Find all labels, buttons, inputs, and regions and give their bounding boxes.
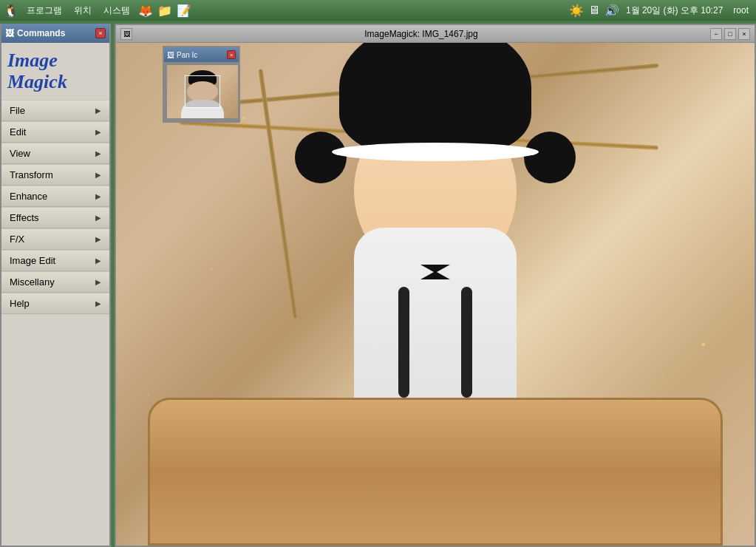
win-controls-left: 🖼 <box>120 28 132 40</box>
menu-item-label: Help <box>10 298 30 309</box>
pan-popup: 🖼 Pan Ic × <box>163 46 240 123</box>
menu-item-f/x[interactable]: F/X▶ <box>1 228 109 250</box>
submenu-arrow-icon: ▶ <box>95 106 101 115</box>
menu-item-label: F/X <box>10 234 24 245</box>
network-icon: 🖥 <box>588 4 601 17</box>
win-icon: 🖼 <box>120 28 132 40</box>
logo-area: Image Magick <box>1 43 109 100</box>
clock: 1월 20일 (화) 오후 10:27 <box>623 3 726 18</box>
commands-close-button[interactable]: × <box>95 28 106 38</box>
menu-item-image-edit[interactable]: Image Edit▶ <box>1 250 109 271</box>
menu-item-label: Miscellany <box>10 276 55 288</box>
pan-titlebar: 🖼 Pan Ic × <box>164 47 239 62</box>
hat-trim <box>332 143 539 161</box>
firefox-icon[interactable]: 🦊 <box>139 4 152 17</box>
folder-icon[interactable]: 📁 <box>158 4 171 17</box>
pan-close-button[interactable]: × <box>227 50 236 59</box>
outfit-stripe-left <box>398 287 409 398</box>
pan-title-text: 🖼 Pan Ic <box>167 51 197 59</box>
menu-item-file[interactable]: File▶ <box>1 100 109 121</box>
user-label: root <box>730 4 752 17</box>
sun-icon: ☀️ <box>570 4 583 17</box>
edit-icon[interactable]: 📝 <box>177 4 191 17</box>
menu-item-effects[interactable]: Effects▶ <box>1 207 109 228</box>
close-button[interactable]: × <box>738 28 750 40</box>
menu-item-label: File <box>10 105 25 116</box>
imagemagick-titlebar: 🖼 ImageMagick: IMG_1467.jpg − □ × <box>116 25 755 43</box>
menu-item-edit[interactable]: Edit▶ <box>1 121 109 143</box>
basket <box>148 398 723 546</box>
commands-label: Commands <box>17 28 65 38</box>
pan-thumbnail <box>167 65 238 118</box>
submenu-arrow-icon: ▶ <box>95 278 101 286</box>
hat-ear-left <box>295 132 347 183</box>
commands-title-text: 🖼 Commands <box>5 28 65 38</box>
logo-text: Image Magick <box>7 50 103 92</box>
submenu-arrow-icon: ▶ <box>95 299 101 308</box>
wood-bar-vertical-1 <box>258 69 297 319</box>
menu-item-label: Effects <box>10 212 39 223</box>
submenu-arrow-icon: ▶ <box>95 192 101 200</box>
submenu-arrow-icon: ▶ <box>95 128 101 136</box>
submenu-arrow-icon: ▶ <box>95 256 101 265</box>
places-menu-btn[interactable]: 위치 <box>71 3 95 18</box>
menu-item-label: Enhance <box>10 191 47 202</box>
menu-item-label: View <box>10 148 30 159</box>
submenu-arrow-icon: ▶ <box>95 171 101 179</box>
menu-item-enhance[interactable]: Enhance▶ <box>1 186 109 207</box>
commands-titlebar: 🖼 Commands × <box>1 24 109 43</box>
menu-item-view[interactable]: View▶ <box>1 143 109 164</box>
pan-viewport-indicator <box>185 75 220 107</box>
submenu-arrow-icon: ▶ <box>95 214 101 222</box>
taskbar-left: 🐧 프로그램 위치 시스템 🦊 📁 📝 <box>4 3 191 18</box>
menu-item-help[interactable]: Help▶ <box>1 293 109 314</box>
pan-icon: 🖼 <box>167 51 174 59</box>
menu-item-miscellany[interactable]: Miscellany▶ <box>1 271 109 293</box>
taskbar: 🐧 프로그램 위치 시스템 🦊 📁 📝 ☀️ 🖥 🔊 1월 20일 (화) 오후… <box>0 0 756 21</box>
system-menu-btn[interactable]: 시스템 <box>101 3 133 18</box>
menu-item-transform[interactable]: Transform▶ <box>1 164 109 186</box>
system-label: 시스템 <box>103 4 130 17</box>
menu-item-label: Transform <box>10 169 53 180</box>
programs-menu-btn[interactable]: 프로그램 <box>24 3 65 18</box>
volume-icon: 🔊 <box>605 4 619 17</box>
maximize-button[interactable]: □ <box>724 28 736 40</box>
pan-content <box>164 62 239 121</box>
taskbar-right: ☀️ 🖥 🔊 1월 20일 (화) 오후 10:27 root <box>570 3 752 18</box>
imagemagick-title: ImageMagick: IMG_1467.jpg <box>132 29 710 39</box>
places-label: 위치 <box>74 4 92 17</box>
pan-label: Pan Ic <box>177 51 197 59</box>
outfit-stripe-right <box>461 287 472 398</box>
logo-line1: Image <box>7 50 103 72</box>
menu-item-label: Image Edit <box>10 255 55 266</box>
commands-window: 🖼 Commands × Image Magick File▶Edit▶View… <box>0 24 111 547</box>
app-icon: 🐧 <box>4 4 18 17</box>
main-window: 🖼 ImageMagick: IMG_1467.jpg − □ × <box>0 24 756 547</box>
commands-icon: 🖼 <box>5 28 14 38</box>
menu-container: File▶Edit▶View▶Transform▶Enhance▶Effects… <box>1 100 109 314</box>
logo-line2: Magick <box>7 72 103 93</box>
minimize-button[interactable]: − <box>710 28 722 40</box>
win-controls-right[interactable]: − □ × <box>710 28 750 40</box>
submenu-arrow-icon: ▶ <box>95 149 101 157</box>
hat-ear-right <box>524 132 576 183</box>
baby-hat <box>339 43 531 154</box>
programs-label: 프로그램 <box>27 4 62 17</box>
menu-item-label: Edit <box>10 126 26 137</box>
submenu-arrow-icon: ▶ <box>95 235 101 243</box>
